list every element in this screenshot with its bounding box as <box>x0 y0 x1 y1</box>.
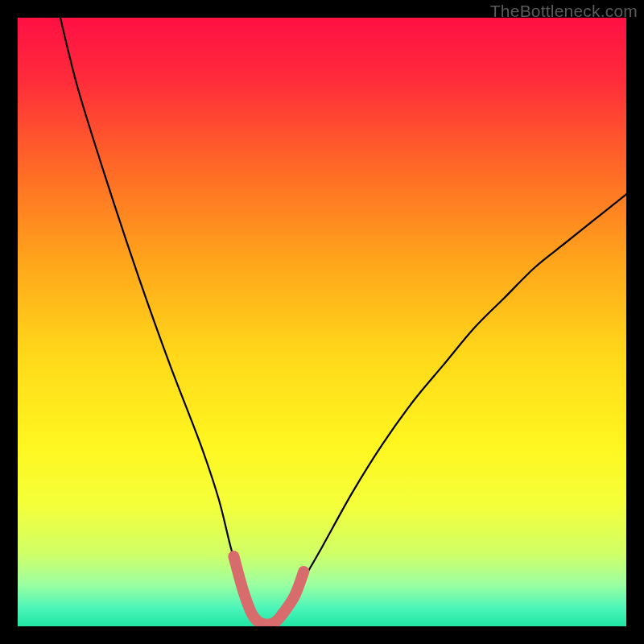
outer-frame: TheBottleneck.com <box>0 0 644 644</box>
plot-area <box>18 18 626 626</box>
heat-gradient <box>18 18 626 626</box>
watermark-text: TheBottleneck.com <box>490 2 638 21</box>
svg-rect-0 <box>18 18 626 626</box>
